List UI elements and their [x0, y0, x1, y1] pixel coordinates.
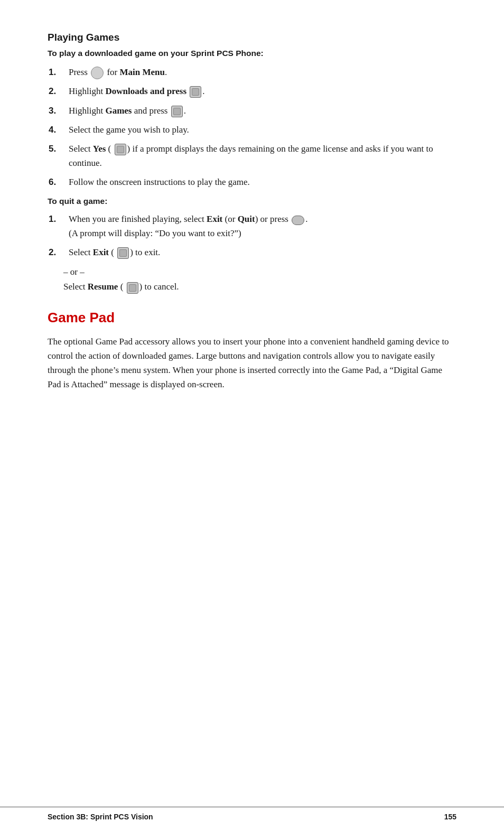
- play-step-6: Follow the onscreen instructions to play…: [63, 175, 456, 189]
- step1-bold: Main Menu: [119, 67, 164, 77]
- quit-label: To quit a game:: [48, 197, 456, 206]
- ok-icon-quit2: [117, 247, 129, 259]
- or-line: – or –: [63, 267, 456, 277]
- intro-label: To play a downloaded game on your Sprint…: [48, 49, 456, 58]
- step3-text: Highlight Games and press .: [69, 106, 186, 116]
- step6-text: Follow the onscreen instructions to play…: [69, 177, 250, 187]
- quit1-quit: Quit: [238, 214, 255, 224]
- resume-bold: Resume: [88, 282, 118, 292]
- game-pad-body: The optional Game Pad accessory allows y…: [48, 334, 456, 392]
- quit-step-1: When you are finished playing, select Ex…: [63, 212, 456, 240]
- quit1-text: When you are finished playing, select Ex…: [69, 214, 307, 238]
- ok-icon-resume: [127, 282, 138, 294]
- play-steps-list: Press for Main Menu. Highlight Downloads…: [63, 66, 456, 189]
- quit-steps-list: When you are finished playing, select Ex…: [63, 212, 456, 259]
- quit2-text: Select Exit ( ) to exit.: [69, 247, 160, 257]
- step4-text: Select the game you wish to play.: [69, 125, 189, 135]
- ok-icon-step3: [171, 106, 183, 117]
- step5-text: Select Yes ( ) if a prompt displays the …: [69, 144, 433, 167]
- step2-bold: Downloads and press: [105, 86, 186, 96]
- step1-text: Press for Main Menu.: [69, 67, 167, 77]
- page-content: Playing Games To play a downloaded game …: [0, 0, 504, 434]
- section-title: Playing Games: [48, 32, 456, 43]
- step5-bold: Yes: [93, 144, 106, 154]
- footer-page-number: 155: [444, 813, 456, 821]
- play-step-5: Select Yes ( ) if a prompt displays the …: [63, 142, 456, 170]
- footer-section-label: Section 3B: Sprint PCS Vision: [48, 813, 153, 821]
- quit-step-2: Select Exit ( ) to exit.: [63, 246, 456, 259]
- step3-bold: Games: [105, 106, 132, 116]
- quit1-exit: Exit: [207, 214, 222, 224]
- step2-text: Highlight Downloads and press .: [69, 86, 205, 96]
- main-menu-icon: [91, 67, 104, 79]
- play-step-4: Select the game you wish to play.: [63, 123, 456, 137]
- play-step-1: Press for Main Menu.: [63, 66, 456, 79]
- footer: Section 3B: Sprint PCS Vision 155: [0, 807, 504, 821]
- play-step-2: Highlight Downloads and press .: [63, 85, 456, 98]
- quit2-exit: Exit: [93, 247, 109, 257]
- ok-icon-step5: [115, 144, 126, 155]
- end-icon: [292, 216, 304, 225]
- game-pad-heading: Game Pad: [48, 310, 456, 326]
- select-resume: Select Resume ( ) to cancel.: [63, 282, 456, 293]
- ok-icon-step2: [190, 86, 201, 98]
- play-step-3: Highlight Games and press .: [63, 104, 456, 118]
